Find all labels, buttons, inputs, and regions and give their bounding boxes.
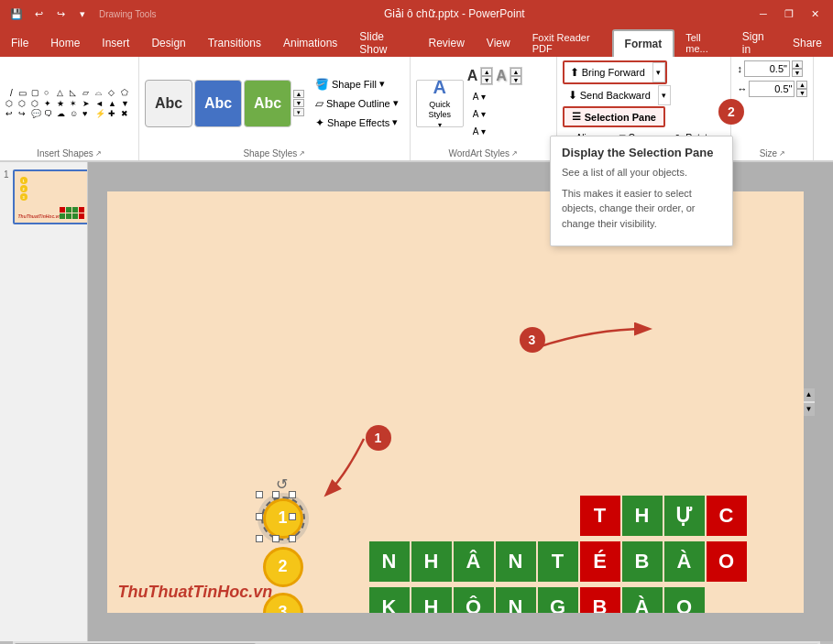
shape-u-turn[interactable]: ↪ [18, 109, 30, 118]
handle-tm[interactable] [272, 491, 279, 498]
width-down[interactable]: ▼ [796, 89, 807, 97]
shape-cloud[interactable]: ☁ [57, 109, 69, 118]
tab-share[interactable]: Share [782, 29, 833, 57]
shape-fill-button[interactable]: 🪣 Shape Fill ▾ [310, 75, 404, 93]
shape-outline-button[interactable]: ▱ Shape Outline ▾ [310, 94, 404, 113]
shape-star6[interactable]: ✶ [70, 99, 82, 108]
text-shadow-up[interactable]: ▲ [510, 68, 521, 76]
customize-button[interactable]: ▾ [73, 5, 92, 23]
shape-bend-arrow[interactable]: ↩ [5, 109, 17, 118]
handle-tl[interactable] [256, 491, 263, 498]
slide-canvas[interactable]: 1 2 3 4 5 T H Ự C N H Â N T É B À O K H … [107, 191, 804, 613]
tab-format[interactable]: Format [612, 29, 675, 57]
height-input[interactable] [744, 60, 790, 77]
shape-arrow-u[interactable]: ▲ [108, 99, 120, 108]
text-fill-button[interactable]: A ▾ [467, 89, 492, 104]
shape-effects-button[interactable]: ✦ Shape Effects ▾ [310, 114, 404, 132]
style-preview-2[interactable]: Abc [194, 80, 242, 127]
text-color-down[interactable]: ▼ [481, 76, 492, 84]
shape-rt-triangle[interactable]: ◺ [70, 88, 82, 98]
handle-mr[interactable] [289, 513, 296, 520]
handle-br[interactable] [289, 535, 296, 542]
width-up[interactable]: ▲ [796, 81, 807, 89]
shape-arrow-l[interactable]: ◄ [95, 99, 107, 108]
shape-hexagon[interactable]: ⬡ [5, 99, 17, 108]
shape-arrow-r[interactable]: ➤ [82, 99, 94, 108]
tab-file[interactable]: File [0, 29, 39, 57]
style-preview-1[interactable]: Abc [145, 80, 192, 127]
wordart-styles-label[interactable]: WordArt Styles ↗ [414, 147, 553, 160]
bring-forward-button[interactable]: ⬆ Bring Forward [564, 63, 651, 82]
styles-expand[interactable]: ▾ [293, 108, 304, 116]
shape-cross[interactable]: ✖ [121, 109, 133, 118]
scroll-down-button[interactable]: ▼ [804, 403, 815, 416]
styles-scroll-down[interactable]: ▼ [293, 99, 304, 107]
width-input[interactable] [749, 81, 795, 97]
shape-heptagon[interactable]: ⬡ [18, 99, 30, 108]
shape-triangle[interactable]: △ [57, 88, 69, 98]
shape-pentagon[interactable]: ⬠ [121, 88, 133, 98]
circle-1[interactable]: 1 [263, 498, 303, 539]
send-backward-button[interactable]: ⬇ Send Backward [563, 86, 656, 104]
tab-insert[interactable]: Insert [91, 29, 140, 57]
styles-scroll-up[interactable]: ▲ [293, 90, 304, 98]
shape-styles-expand-icon[interactable]: ↗ [299, 149, 305, 158]
tab-design[interactable]: Design [140, 29, 196, 57]
insert-shapes-label[interactable]: Insert Shapes ↗ [4, 147, 135, 160]
circle-2[interactable]: 2 [263, 547, 303, 587]
minimize-button[interactable]: ─ [752, 5, 774, 23]
shape-arrow-d[interactable]: ▼ [121, 99, 133, 108]
size-label[interactable]: Size ↗ [735, 147, 809, 160]
shape-effects-arrow[interactable]: ▾ [392, 116, 398, 128]
quick-styles-button[interactable]: A QuickStyles ▾ [416, 80, 464, 127]
tab-slideshow[interactable]: Slide Show [348, 29, 417, 57]
scroll-up-button[interactable]: ▲ [804, 388, 815, 401]
wordart-expand-icon[interactable]: ↗ [511, 149, 518, 158]
shape-parallelogram[interactable]: ▱ [82, 88, 94, 98]
size-expand-icon[interactable]: ↗ [779, 149, 785, 158]
tab-foxit[interactable]: Foxit Reader PDF [521, 29, 612, 57]
handle-tr[interactable] [289, 491, 296, 498]
shape-outline-arrow[interactable]: ▾ [393, 97, 399, 109]
handle-ml[interactable] [256, 513, 263, 520]
text-outline-button[interactable]: A ▾ [467, 106, 492, 122]
redo-button[interactable]: ↪ [51, 5, 70, 23]
tab-home[interactable]: Home [39, 29, 91, 57]
shape-line[interactable]: / [5, 88, 17, 98]
shape-callout2[interactable]: 🗨 [44, 109, 56, 118]
slide-thumbnail[interactable]: ThuThuatTinHoc.vn 1 2 3 [13, 169, 88, 224]
quick-styles-arrow[interactable]: ▾ [438, 121, 442, 129]
save-button[interactable]: 💾 [7, 5, 26, 23]
shape-plus[interactable]: ✚ [108, 109, 120, 118]
handle-bl[interactable] [256, 535, 263, 542]
tab-signin[interactable]: Sign in [731, 29, 782, 57]
shape-lightning[interactable]: ⚡ [95, 109, 107, 118]
tab-animations[interactable]: Animations [272, 29, 348, 57]
tab-tell-me[interactable]: Tell me... [674, 29, 730, 57]
shape-rounded-rect[interactable]: ▢ [31, 88, 43, 98]
bring-forward-dropdown[interactable]: ▾ [652, 62, 665, 82]
shape-octagon[interactable]: ⬡ [31, 99, 43, 108]
send-backward-dropdown[interactable]: ▾ [658, 85, 671, 105]
shape-fill-arrow[interactable]: ▾ [379, 78, 385, 90]
handle-bm[interactable] [272, 535, 279, 542]
shape-rect[interactable]: ▭ [18, 88, 30, 98]
shape-trapezoid[interactable]: ⌓ [95, 88, 107, 98]
selection-pane-button[interactable]: ☰ Selection Pane [563, 106, 665, 127]
height-up[interactable]: ▲ [792, 60, 803, 69]
shape-heart[interactable]: ♥ [82, 109, 94, 118]
tab-view[interactable]: View [476, 29, 521, 57]
text-shadow-down[interactable]: ▼ [510, 76, 521, 84]
shape-circle[interactable]: ○ [44, 88, 56, 98]
shape-star4[interactable]: ✦ [44, 99, 56, 108]
tab-review[interactable]: Review [417, 29, 475, 57]
undo-button[interactable]: ↩ [29, 5, 48, 23]
text-color-up[interactable]: ▲ [481, 68, 492, 76]
shape-styles-label[interactable]: Shape Styles ↗ [143, 147, 406, 160]
restore-button[interactable]: ❐ [778, 5, 800, 23]
shape-star5[interactable]: ★ [57, 99, 69, 108]
height-down[interactable]: ▼ [792, 69, 803, 77]
shape-smiley[interactable]: ☺ [70, 109, 82, 118]
shape-callout[interactable]: 💬 [31, 109, 43, 118]
insert-shapes-expand[interactable]: ↗ [95, 149, 102, 158]
